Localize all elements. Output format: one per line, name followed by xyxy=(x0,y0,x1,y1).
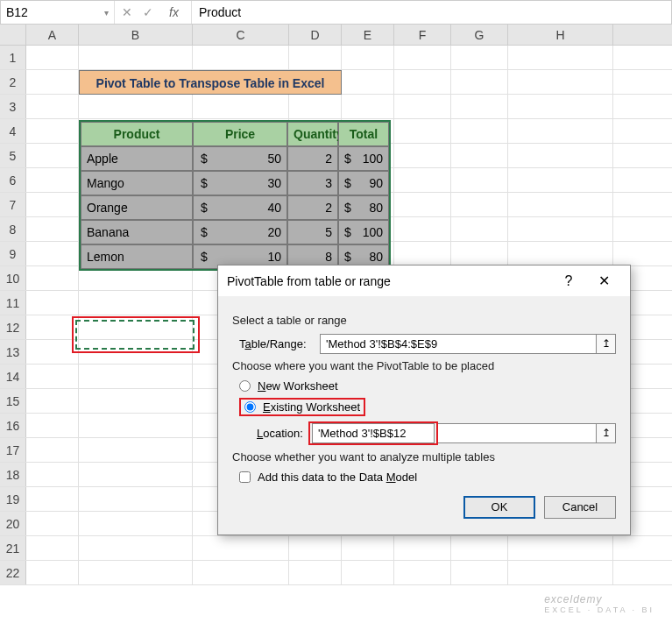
cell[interactable] xyxy=(342,561,394,584)
cell[interactable] xyxy=(451,70,508,94)
cell-total[interactable]: $100 xyxy=(338,146,389,171)
cell[interactable] xyxy=(508,46,613,69)
datamodel-check[interactable]: Add this data to the Data Model xyxy=(239,471,616,484)
cell[interactable] xyxy=(394,193,451,216)
cell[interactable] xyxy=(79,438,193,462)
cell[interactable] xyxy=(394,561,451,584)
cell[interactable] xyxy=(26,119,79,143)
row-header[interactable]: 17 xyxy=(0,438,26,462)
cell[interactable] xyxy=(193,561,289,584)
cell[interactable] xyxy=(79,95,193,118)
cell-qty[interactable]: 2 xyxy=(287,195,338,220)
cell[interactable] xyxy=(508,217,613,241)
cell[interactable] xyxy=(79,365,193,388)
row-header[interactable]: 2 xyxy=(0,70,26,94)
col-quantity[interactable]: Quantity xyxy=(287,122,338,146)
cell[interactable] xyxy=(394,46,451,69)
row-header[interactable]: 15 xyxy=(0,389,26,413)
col-header[interactable]: B xyxy=(79,25,193,45)
name-box[interactable]: ▾ xyxy=(1,1,115,24)
cell[interactable] xyxy=(289,536,342,560)
cell[interactable] xyxy=(451,193,508,216)
row-header[interactable]: 13 xyxy=(0,340,26,364)
cell[interactable] xyxy=(508,144,613,167)
cell[interactable] xyxy=(26,168,79,192)
fx-icon[interactable]: fx xyxy=(164,5,184,19)
cell[interactable] xyxy=(26,389,79,413)
chevron-down-icon[interactable]: ▾ xyxy=(104,8,109,18)
cell[interactable] xyxy=(26,46,79,69)
cell[interactable] xyxy=(26,315,79,339)
new-worksheet-radio[interactable]: New Worksheet xyxy=(239,379,616,393)
row-header[interactable]: 10 xyxy=(0,266,26,290)
cell[interactable] xyxy=(26,414,79,437)
cell[interactable] xyxy=(394,119,451,143)
cell[interactable] xyxy=(289,46,342,69)
cell[interactable] xyxy=(508,119,613,143)
row-header[interactable]: 7 xyxy=(0,193,26,216)
row-header[interactable]: 12 xyxy=(0,315,26,339)
col-header[interactable]: G xyxy=(451,25,508,45)
cell[interactable] xyxy=(26,95,79,118)
cell[interactable] xyxy=(79,561,193,584)
cell[interactable] xyxy=(289,95,342,118)
cell[interactable] xyxy=(451,46,508,69)
col-header[interactable]: C xyxy=(193,25,289,45)
cell[interactable] xyxy=(451,95,508,118)
row-header[interactable]: 8 xyxy=(0,217,26,241)
row-header[interactable]: 1 xyxy=(0,46,26,69)
new-worksheet-radio-input[interactable] xyxy=(239,380,251,392)
col-header[interactable]: E xyxy=(342,25,394,45)
cell[interactable] xyxy=(193,536,289,560)
cell[interactable] xyxy=(342,95,394,118)
cell[interactable] xyxy=(508,70,613,94)
location-input[interactable] xyxy=(312,423,435,443)
col-header[interactable]: H xyxy=(508,25,613,45)
help-icon[interactable]: ? xyxy=(551,273,586,289)
col-price[interactable]: Price xyxy=(193,122,287,146)
cell[interactable] xyxy=(451,119,508,143)
existing-worksheet-radio[interactable]: Existing Worksheet xyxy=(239,398,616,416)
cell[interactable] xyxy=(508,193,613,216)
cell[interactable] xyxy=(289,561,342,584)
cell-product[interactable]: Orange xyxy=(81,195,193,220)
cell[interactable] xyxy=(79,512,193,535)
cell[interactable] xyxy=(508,561,613,584)
cell[interactable] xyxy=(394,144,451,167)
cell-price[interactable]: $50 xyxy=(193,146,287,171)
cell[interactable] xyxy=(26,70,79,94)
cell[interactable] xyxy=(394,168,451,192)
row-header[interactable]: 19 xyxy=(0,487,26,511)
formula-input[interactable] xyxy=(192,1,671,24)
cell-qty[interactable]: 5 xyxy=(287,220,338,244)
cell[interactable] xyxy=(26,144,79,167)
cell[interactable] xyxy=(508,168,613,192)
row-header[interactable]: 9 xyxy=(0,242,26,265)
cell[interactable] xyxy=(26,561,79,584)
row-header[interactable]: 22 xyxy=(0,561,26,584)
cell[interactable] xyxy=(26,536,79,560)
cell[interactable] xyxy=(79,291,193,315)
cell-qty[interactable]: 3 xyxy=(287,171,338,195)
ok-button[interactable]: OK xyxy=(463,496,535,519)
cell-price[interactable]: $30 xyxy=(193,171,287,195)
cell-price[interactable]: $40 xyxy=(193,195,287,220)
cell[interactable] xyxy=(26,487,79,511)
cell[interactable] xyxy=(508,95,613,118)
collapse-dialog-icon[interactable]: ↥ xyxy=(596,335,615,353)
cell[interactable] xyxy=(394,95,451,118)
cell[interactable] xyxy=(342,70,394,94)
col-header[interactable]: F xyxy=(394,25,451,45)
datamodel-checkbox[interactable] xyxy=(239,471,251,483)
cell-product[interactable]: Banana xyxy=(81,220,193,244)
cell[interactable] xyxy=(79,414,193,437)
cancel-button[interactable]: Cancel xyxy=(544,496,616,519)
cell[interactable] xyxy=(26,512,79,535)
col-product[interactable]: Product xyxy=(81,122,193,146)
cell-total[interactable]: $80 xyxy=(338,195,389,220)
cell-product[interactable]: Mango xyxy=(81,171,193,195)
cell[interactable] xyxy=(193,46,289,69)
cell[interactable] xyxy=(26,365,79,388)
close-icon[interactable]: ✕ xyxy=(586,273,621,289)
cell[interactable] xyxy=(394,242,451,265)
